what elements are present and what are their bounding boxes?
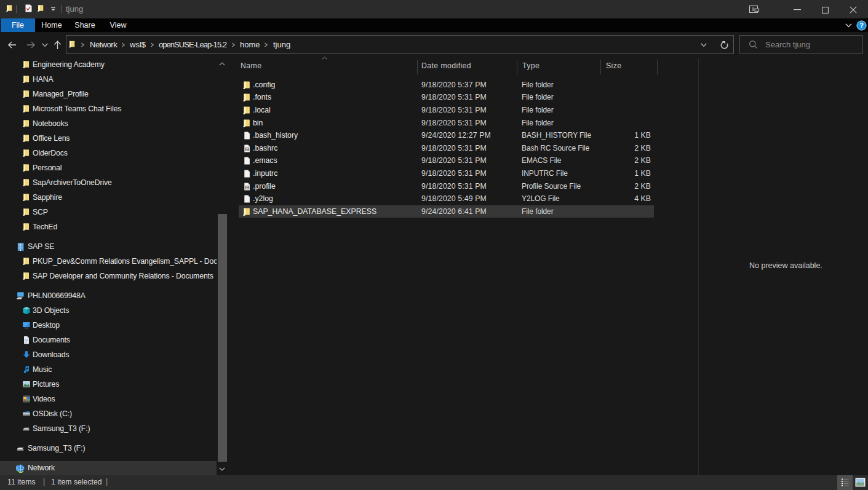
svg-text:?: ?	[859, 22, 864, 29]
